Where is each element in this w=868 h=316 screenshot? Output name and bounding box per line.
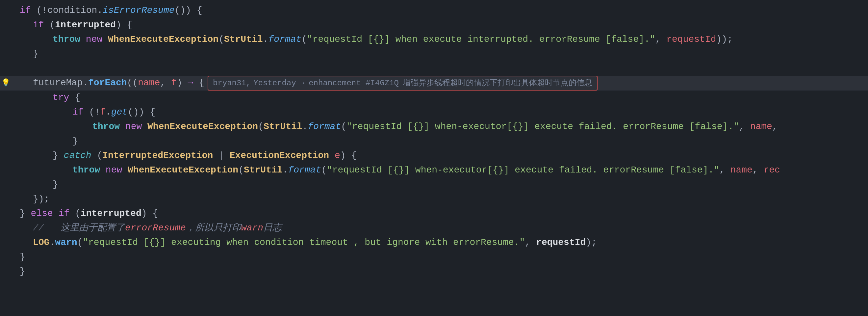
- code-line-2: if ( interrupted ) {: [0, 18, 868, 32]
- param-rec: rec: [763, 163, 780, 177]
- param-e: e: [335, 148, 340, 163]
- keyword-new-3: new: [105, 163, 122, 177]
- keyword-if-4: if: [59, 206, 70, 221]
- bulb-icon: 💡: [1, 78, 10, 89]
- comment-text-1: 这里由于配置了: [61, 221, 125, 235]
- param-requestId-1: requestId: [666, 32, 716, 47]
- param-name: name: [138, 76, 160, 90]
- code-line-close-catch: }: [0, 177, 868, 192]
- code-line-throw-3: throw new WhenExecuteException ( StrUtil…: [0, 163, 868, 177]
- param-name-3: name: [731, 163, 752, 177]
- code-line-close-else: }: [0, 250, 868, 264]
- comment-warn: warn: [241, 221, 263, 235]
- class-LOG: LOG: [33, 235, 49, 250]
- keyword-throw-2: throw: [92, 119, 120, 134]
- var-f: f: [100, 105, 105, 119]
- class-StrUtil-1: StrUtil: [224, 32, 263, 47]
- code-line-if-fget: if (! f . get ()) {: [0, 105, 868, 119]
- code-line-try: try {: [0, 90, 868, 105]
- method-get: get: [111, 105, 128, 119]
- string-3: "requestId [{}] when-executor[{}] execut…: [327, 163, 719, 177]
- class-ExecutionException: ExecutionException: [230, 148, 329, 163]
- class-WhenExecuteException-3: WhenExecuteException: [128, 163, 238, 177]
- annotation-time: Yesterday: [253, 77, 296, 89]
- var-interrupted-2: interrupted: [81, 206, 142, 221]
- method-format-3: format: [288, 163, 321, 177]
- code-line-log: LOG . warn ( "requestId [{}] executing w…: [0, 235, 868, 250]
- annotation-dot: ·: [301, 77, 306, 89]
- method-format-1: format: [268, 32, 301, 47]
- keyword-if-2: if: [33, 18, 44, 32]
- string-log: "requestId [{}] executing when condition…: [83, 235, 525, 250]
- keyword-if-3: if: [72, 105, 84, 119]
- code-line-else-if: } else if ( interrupted ) {: [0, 206, 868, 221]
- annotation-box: bryan31, Yesterday · enhancement #I4GZ1Q…: [208, 76, 597, 90]
- code-line-catch: } catch ( InterruptedException | Executi…: [0, 148, 868, 163]
- code-line-comment: // 这里由于配置了 errorResume ，所以只打印 warn 日志: [0, 221, 868, 235]
- param-f: f: [171, 76, 177, 90]
- keyword-else: else: [31, 206, 53, 221]
- class-StrUtil-2: StrUtil: [264, 119, 302, 134]
- keyword-catch: catch: [64, 148, 91, 163]
- code-editor: if (! condition. isErrorResume ()) { if …: [0, 0, 868, 316]
- code-line-foreach: 💡 futureMap. forEach (( name , f ) → { b…: [0, 76, 868, 90]
- class-StrUtil-3: StrUtil: [244, 163, 283, 177]
- param-name-2: name: [750, 119, 772, 134]
- comment-text-2: ，所以只打印: [186, 221, 241, 235]
- comment-text-3: 日志: [263, 221, 282, 235]
- method-isErrorResume: isErrorResume: [103, 3, 175, 18]
- comment-prefix: //: [33, 221, 61, 235]
- param-requestId-log: requestId: [536, 235, 586, 250]
- method-forEach: forEach: [88, 76, 127, 90]
- code-line-4: }: [0, 47, 868, 61]
- keyword-throw-1: throw: [53, 32, 80, 47]
- annotation-tag: enhancement #I4GZ1Q: [309, 77, 399, 89]
- keyword-try: try: [53, 90, 69, 105]
- keyword-new-1: new: [86, 32, 102, 47]
- var-interrupted: interrupted: [55, 18, 116, 32]
- code-line-empty: [0, 61, 868, 76]
- string-1: "requestId [{}] when execute interrupted…: [307, 32, 655, 47]
- keyword-new-2: new: [125, 119, 142, 134]
- code-line-close-if: }: [0, 134, 868, 148]
- keyword-throw-3: throw: [72, 163, 100, 177]
- string-2: "requestId [{}] when-executor[{}] execut…: [346, 119, 739, 134]
- arrow: →: [188, 76, 193, 90]
- code-line-1: if (! condition. isErrorResume ()) {: [0, 3, 868, 18]
- class-WhenExecuteException-1: WhenExecuteException: [108, 32, 218, 47]
- keyword-if: if: [20, 3, 31, 18]
- code-line-close-foreach: });: [0, 192, 868, 206]
- code-line-close-outer: }: [0, 264, 868, 279]
- method-format-2: format: [308, 119, 341, 134]
- comment-errorResume: errorResume: [125, 221, 186, 235]
- code-line-3: throw new WhenExecuteException ( StrUtil…: [0, 32, 868, 47]
- method-warn: warn: [55, 235, 77, 250]
- class-InterruptedException: InterruptedException: [102, 148, 213, 163]
- annotation-message: 增强异步线程超时的情况下打印出具体超时节点的信息: [403, 77, 592, 89]
- class-WhenExecuteException-2: WhenExecuteException: [147, 119, 258, 134]
- annotation-author: bryan31,: [213, 77, 251, 89]
- code-line-throw-2: throw new WhenExecuteException ( StrUtil…: [0, 119, 868, 134]
